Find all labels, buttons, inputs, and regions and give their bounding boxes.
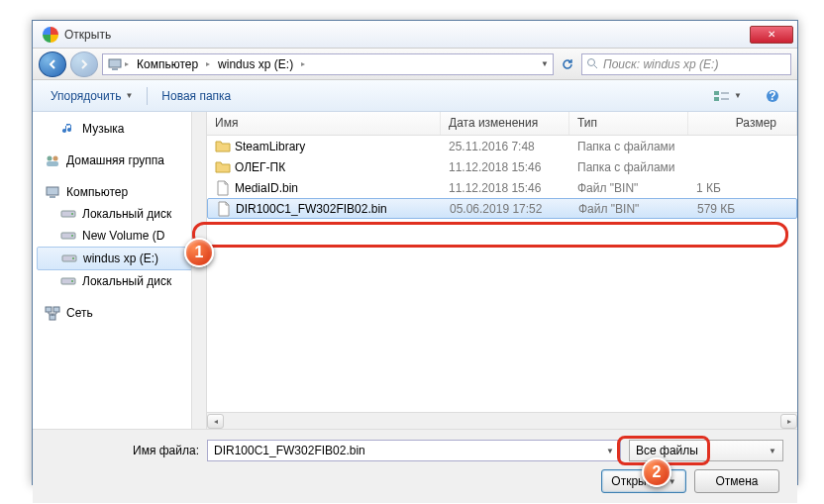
search-placeholder: Поиск: windus xp (E:) <box>603 57 718 71</box>
row-type: Файл "BIN" <box>569 179 688 197</box>
table-row[interactable]: MediaID.bin11.12.2018 15:46Файл "BIN"1 К… <box>207 177 797 198</box>
chevron-down-icon: ▼ <box>125 91 133 100</box>
row-date: 05.06.2019 17:52 <box>442 200 570 218</box>
cancel-button[interactable]: Отмена <box>694 469 779 493</box>
nav-item-network[interactable]: Сеть <box>33 302 206 324</box>
nav-pane: Музыка Домашняя группа Компьютер Локальн… <box>33 112 207 429</box>
scroll-track[interactable] <box>224 414 780 429</box>
chevron-down-icon: ▼ <box>734 91 742 100</box>
nav-item-local2[interactable]: Локальный диск <box>33 270 206 292</box>
breadcrumb[interactable]: ▸ Компьютер ▸ windus xp (E:) ▸ ▼ <box>102 53 554 75</box>
nav-scrollbar[interactable] <box>191 112 206 429</box>
back-button[interactable] <box>39 51 66 77</box>
nav-item-windus[interactable]: windus xp (E:) <box>37 247 202 270</box>
svg-point-20 <box>72 257 74 259</box>
chrome-icon <box>43 27 58 43</box>
row-size <box>688 145 797 149</box>
row-date: 11.12.2018 15:46 <box>441 158 569 176</box>
breadcrumb-item[interactable]: Компьютер <box>131 55 204 73</box>
row-name: DIR100C1_FW302FIB02.bin <box>236 202 387 216</box>
row-name: ОЛЕГ-ПК <box>235 160 285 174</box>
svg-point-18 <box>71 235 73 237</box>
row-type: Папка с файлами <box>569 158 688 176</box>
close-button[interactable]: ✕ <box>750 26 793 44</box>
list-header: Имя Дата изменения Тип Размер <box>207 112 797 136</box>
row-name: SteamLibrary <box>235 140 305 153</box>
titlebar[interactable]: Открыть ✕ <box>33 21 797 49</box>
file-icon <box>216 201 232 217</box>
row-type: Папка с файлами <box>569 138 688 155</box>
nav-item-newvol[interactable]: New Volume (D <box>33 225 206 247</box>
svg-text:?: ? <box>769 89 775 103</box>
svg-rect-0 <box>109 59 121 67</box>
toolbar: Упорядочить▼ Новая папка ▼ ? <box>33 80 797 112</box>
folder-icon <box>215 139 231 154</box>
separator <box>147 87 148 105</box>
svg-rect-13 <box>47 187 58 195</box>
col-size[interactable]: Размер <box>688 112 797 135</box>
row-size: 1 КБ <box>688 179 797 197</box>
row-name: MediaID.bin <box>235 181 298 195</box>
search-input[interactable]: Поиск: windus xp (E:) <box>581 53 791 75</box>
row-size <box>688 165 797 169</box>
body: Музыка Домашняя группа Компьютер Локальн… <box>33 112 797 429</box>
new-folder-button[interactable]: Новая папка <box>152 85 241 107</box>
help-button[interactable]: ? <box>756 85 789 107</box>
filename-input[interactable]: DIR100C1_FW302FIB02.bin ▼ <box>207 440 621 461</box>
svg-line-3 <box>594 65 597 68</box>
svg-rect-23 <box>46 307 52 312</box>
footer: Имя файла: DIR100C1_FW302FIB02.bin ▼ Все… <box>33 429 797 503</box>
list-rows: SteamLibrary25.11.2016 7:48Папка с файла… <box>207 136 797 412</box>
chevron-right-icon: ▸ <box>125 59 129 68</box>
row-date: 25.11.2016 7:48 <box>441 138 569 155</box>
svg-point-10 <box>48 156 52 161</box>
breadcrumb-dropdown-icon[interactable]: ▼ <box>541 59 549 68</box>
chevron-down-icon: ▼ <box>662 477 676 486</box>
nav-item-homegroup[interactable]: Домашняя группа <box>33 150 206 171</box>
table-row[interactable]: SteamLibrary25.11.2016 7:48Папка с файла… <box>207 136 797 156</box>
col-type[interactable]: Тип <box>569 112 688 135</box>
svg-rect-4 <box>714 91 719 95</box>
table-row[interactable]: ОЛЕГ-ПК11.12.2018 15:46Папка с файлами <box>207 156 797 177</box>
h-scrollbar[interactable]: ◂ ▸ <box>207 412 797 429</box>
file-icon <box>215 180 231 196</box>
refresh-button[interactable] <box>558 54 577 74</box>
organize-button[interactable]: Упорядочить▼ <box>41 85 143 107</box>
open-button[interactable]: Открыть ▼ <box>601 469 686 493</box>
svg-point-11 <box>53 156 58 161</box>
filter-select[interactable]: Все файлы▼ <box>629 440 783 461</box>
svg-point-16 <box>71 213 73 215</box>
breadcrumb-item[interactable]: windus xp (E:) <box>212 55 299 73</box>
open-dialog: Открыть ✕ ▸ Компьютер ▸ windus xp (E:) ▸… <box>32 20 798 485</box>
chevron-right-icon: ▸ <box>301 59 305 68</box>
nav-item-music[interactable]: Музыка <box>33 118 206 140</box>
window-title: Открыть <box>64 28 750 42</box>
chevron-right-icon: ▸ <box>206 59 210 68</box>
forward-button[interactable] <box>70 51 98 77</box>
chevron-down-icon: ▼ <box>769 447 776 455</box>
scroll-left-icon[interactable]: ◂ <box>207 414 224 429</box>
col-name[interactable]: Имя <box>207 112 441 135</box>
list-pane: Имя Дата изменения Тип Размер SteamLibra… <box>207 112 797 429</box>
navbar: ▸ Компьютер ▸ windus xp (E:) ▸ ▼ Поиск: … <box>33 49 797 80</box>
svg-rect-1 <box>112 68 118 70</box>
filename-label: Имя файла: <box>47 444 199 457</box>
row-type: Файл "BIN" <box>570 200 689 218</box>
col-date[interactable]: Дата изменения <box>441 112 569 135</box>
svg-point-22 <box>71 280 73 282</box>
svg-rect-5 <box>714 97 719 101</box>
table-row[interactable]: DIR100C1_FW302FIB02.bin05.06.2019 17:52Ф… <box>207 198 797 219</box>
chevron-down-icon[interactable]: ▼ <box>606 447 614 455</box>
scroll-right-icon[interactable]: ▸ <box>780 414 797 429</box>
svg-rect-24 <box>53 307 59 312</box>
row-size: 579 КБ <box>689 200 796 218</box>
row-date: 11.12.2018 15:46 <box>441 179 569 197</box>
nav-item-local1[interactable]: Локальный диск <box>33 203 206 225</box>
nav-item-computer[interactable]: Компьютер <box>33 181 206 203</box>
folder-icon <box>215 159 231 175</box>
computer-icon <box>107 56 123 72</box>
view-button[interactable]: ▼ <box>704 85 752 107</box>
svg-rect-14 <box>50 196 55 198</box>
svg-rect-12 <box>47 161 58 166</box>
svg-point-2 <box>588 59 595 66</box>
